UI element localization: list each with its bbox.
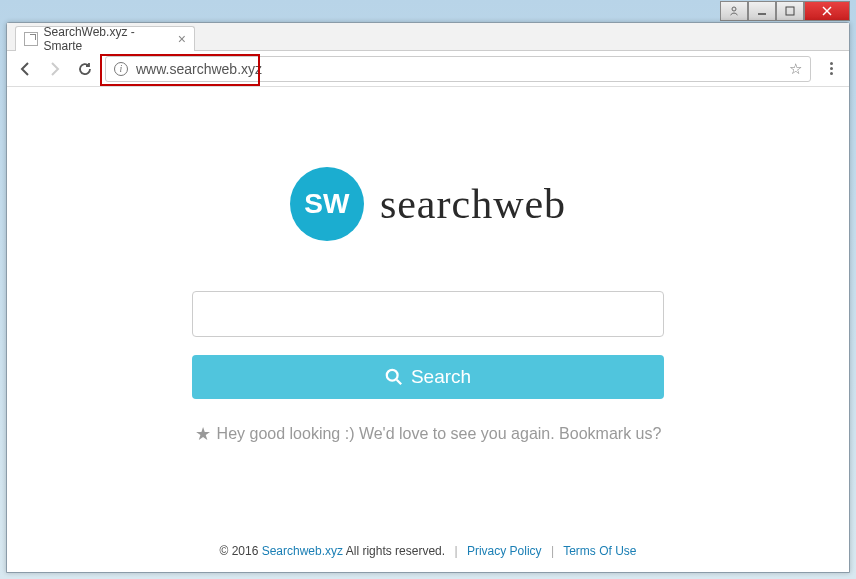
svg-point-5 xyxy=(387,370,398,381)
search-button-label: Search xyxy=(411,366,471,388)
minimize-button[interactable] xyxy=(748,1,776,21)
terms-link[interactable]: Terms Of Use xyxy=(563,544,636,558)
maximize-button[interactable] xyxy=(776,1,804,21)
logo-badge: SW xyxy=(290,167,364,241)
svg-rect-2 xyxy=(786,7,794,15)
logo: SW searchweb xyxy=(290,167,566,241)
search-icon xyxy=(385,368,403,386)
svg-point-0 xyxy=(732,7,736,11)
tab-title: SearchWeb.xyz - Smarte xyxy=(44,25,172,53)
copyright-prefix: © 2016 xyxy=(219,544,258,558)
bookmark-star-icon[interactable]: ☆ xyxy=(789,60,802,78)
copyright-suffix: All rights reserved. xyxy=(346,544,445,558)
search-button[interactable]: Search xyxy=(192,355,664,399)
url-text: www.searchweb.xyz xyxy=(136,61,781,77)
tagline: ★ Hey good looking :) We'd love to see y… xyxy=(195,423,662,445)
back-button[interactable] xyxy=(15,59,35,79)
tab-strip: SearchWeb.xyz - Smarte × xyxy=(7,23,849,51)
svg-line-6 xyxy=(397,380,402,385)
footer-site-link[interactable]: Searchweb.xyz xyxy=(262,544,343,558)
site-info-icon[interactable]: i xyxy=(114,62,128,76)
forward-button[interactable] xyxy=(45,59,65,79)
window-controls xyxy=(720,1,850,21)
page-content: SW searchweb Search ★ Hey good looking :… xyxy=(7,87,849,572)
tab-close-icon[interactable]: × xyxy=(178,31,186,47)
browser-tab[interactable]: SearchWeb.xyz - Smarte × xyxy=(15,26,195,51)
browser-window: SearchWeb.xyz - Smarte × i www.searchweb… xyxy=(6,22,850,573)
browser-toolbar: i www.searchweb.xyz ☆ xyxy=(7,51,849,87)
page-icon xyxy=(24,32,38,46)
logo-text: searchweb xyxy=(380,180,566,228)
star-icon: ★ xyxy=(195,423,211,445)
menu-button[interactable] xyxy=(821,62,841,75)
tagline-text: Hey good looking :) We'd love to see you… xyxy=(217,425,662,443)
close-button[interactable] xyxy=(804,1,850,21)
reload-button[interactable] xyxy=(75,59,95,79)
search-input[interactable] xyxy=(192,291,664,337)
privacy-link[interactable]: Privacy Policy xyxy=(467,544,542,558)
address-bar[interactable]: i www.searchweb.xyz ☆ xyxy=(105,56,811,82)
user-button[interactable] xyxy=(720,1,748,21)
footer: © 2016 Searchweb.xyz All rights reserved… xyxy=(7,544,849,558)
